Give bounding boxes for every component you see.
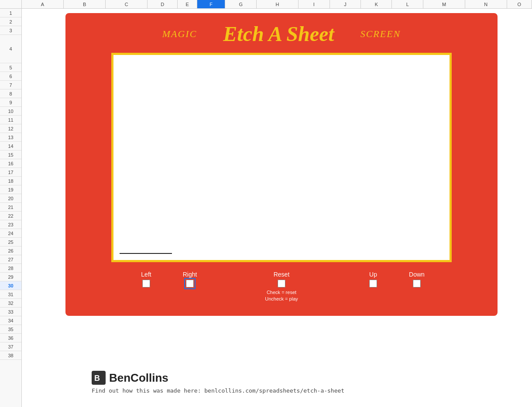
row-num-3[interactable]: 3	[0, 26, 21, 35]
etch-drawing-screen	[111, 53, 452, 262]
col-header-o[interactable]: O	[507, 0, 532, 8]
reset-label: Reset	[274, 271, 290, 278]
up-checkbox[interactable]	[369, 280, 377, 287]
down-label: Down	[409, 271, 425, 278]
col-header-j[interactable]: J	[330, 0, 361, 8]
bencollins-logo: B BenCollins	[92, 371, 344, 385]
row-num-28[interactable]: 28	[0, 264, 21, 273]
row-num-6[interactable]: 6	[0, 72, 21, 81]
row-num-26[interactable]: 26	[0, 246, 21, 255]
drawing-line	[120, 253, 172, 254]
reset-hint-line1: Check = reset	[265, 289, 298, 296]
row-num-12[interactable]: 12	[0, 124, 21, 133]
row-num-19[interactable]: 19	[0, 185, 21, 194]
bencollins-name: BenCollins	[109, 371, 168, 385]
row-num-35[interactable]: 35	[0, 325, 21, 334]
right-checkbox[interactable]	[186, 280, 194, 287]
reset-checkbox[interactable]	[278, 280, 285, 287]
grid-content: MAGIC Etch A Sheet SCREEN Left Right	[22, 9, 532, 407]
reset-hint: Check = reset Uncheck = play	[265, 289, 298, 303]
row-num-20[interactable]: 20	[0, 194, 21, 203]
left-control-group: Left	[124, 271, 168, 287]
spreadsheet: A B C D E F G H I J K L M N O 1 2 3 4 5 …	[0, 0, 532, 407]
row-num-7[interactable]: 7	[0, 81, 21, 89]
etch-app-container: MAGIC Etch A Sheet SCREEN Left Right	[65, 13, 498, 316]
row-num-30[interactable]: 30	[0, 281, 21, 290]
col-header-l[interactable]: L	[392, 0, 423, 8]
row-numbers: 1 2 3 4 5 6 7 8 9 10 11 12 13 14 15 16 1…	[0, 9, 22, 407]
reset-control-group: Reset Check = reset Uncheck = play	[247, 271, 316, 303]
bencollins-link: Find out how this was made here: benlcol…	[92, 387, 344, 394]
right-control-group: Right	[168, 271, 212, 287]
row-num-38[interactable]: 38	[0, 351, 21, 360]
row-num-25[interactable]: 25	[0, 238, 21, 246]
etch-controls: Left Right Reset Check = reset Uncheck	[79, 271, 484, 303]
footer-area: B BenCollins Find out how this was made …	[92, 371, 344, 394]
magic-label: MAGIC	[162, 28, 197, 40]
row-num-15[interactable]: 15	[0, 150, 21, 159]
col-header-f[interactable]: F	[197, 0, 225, 8]
etch-header: MAGIC Etch A Sheet SCREEN	[79, 22, 484, 46]
col-header-k[interactable]: K	[361, 0, 392, 8]
down-checkbox[interactable]	[413, 280, 421, 287]
row-num-9[interactable]: 9	[0, 98, 21, 107]
row-num-32[interactable]: 32	[0, 299, 21, 308]
row-num-10[interactable]: 10	[0, 107, 21, 116]
row-num-36[interactable]: 36	[0, 334, 21, 342]
row-num-4[interactable]: 4	[0, 35, 21, 63]
col-header-e[interactable]: E	[178, 0, 197, 8]
col-header-g[interactable]: G	[225, 0, 257, 8]
up-label: Up	[369, 271, 377, 278]
right-label: Right	[183, 271, 197, 278]
row-num-11[interactable]: 11	[0, 116, 21, 124]
col-header-n[interactable]: N	[465, 0, 507, 8]
row-num-29[interactable]: 29	[0, 273, 21, 281]
col-header-m[interactable]: M	[423, 0, 465, 8]
etch-title: Etch A Sheet	[223, 22, 334, 46]
col-header-c[interactable]: C	[106, 0, 148, 8]
col-header-b[interactable]: B	[64, 0, 106, 8]
corner-cell	[0, 0, 22, 8]
col-header-a[interactable]: A	[22, 0, 64, 8]
row-num-21[interactable]: 21	[0, 203, 21, 212]
main-area: 1 2 3 4 5 6 7 8 9 10 11 12 13 14 15 16 1…	[0, 9, 532, 407]
left-label: Left	[141, 271, 151, 278]
row-num-5[interactable]: 5	[0, 63, 21, 72]
row-num-2[interactable]: 2	[0, 17, 21, 26]
row-num-18[interactable]: 18	[0, 177, 21, 185]
col-header-h[interactable]: H	[257, 0, 299, 8]
row-num-17[interactable]: 17	[0, 168, 21, 177]
down-control-group: Down	[395, 271, 439, 287]
screen-label: SCREEN	[360, 28, 401, 40]
column-headers: A B C D E F G H I J K L M N O	[0, 0, 532, 9]
row-num-14[interactable]: 14	[0, 142, 21, 150]
row-num-1[interactable]: 1	[0, 9, 21, 17]
row-num-16[interactable]: 16	[0, 159, 21, 168]
row-num-31[interactable]: 31	[0, 290, 21, 299]
col-header-i[interactable]: I	[299, 0, 330, 8]
row-num-8[interactable]: 8	[0, 89, 21, 98]
row-num-23[interactable]: 23	[0, 220, 21, 229]
row-num-37[interactable]: 37	[0, 342, 21, 351]
row-num-22[interactable]: 22	[0, 212, 21, 220]
row-num-34[interactable]: 34	[0, 316, 21, 325]
row-num-27[interactable]: 27	[0, 255, 21, 264]
reset-hint-line2: Uncheck = play	[265, 296, 298, 302]
bencollins-icon: B	[92, 371, 106, 385]
up-control-group: Up	[351, 271, 395, 287]
col-header-d[interactable]: D	[148, 0, 178, 8]
row-num-33[interactable]: 33	[0, 308, 21, 316]
svg-text:B: B	[94, 374, 100, 383]
row-num-13[interactable]: 13	[0, 133, 21, 142]
left-checkbox[interactable]	[142, 280, 150, 287]
row-num-24[interactable]: 24	[0, 229, 21, 238]
